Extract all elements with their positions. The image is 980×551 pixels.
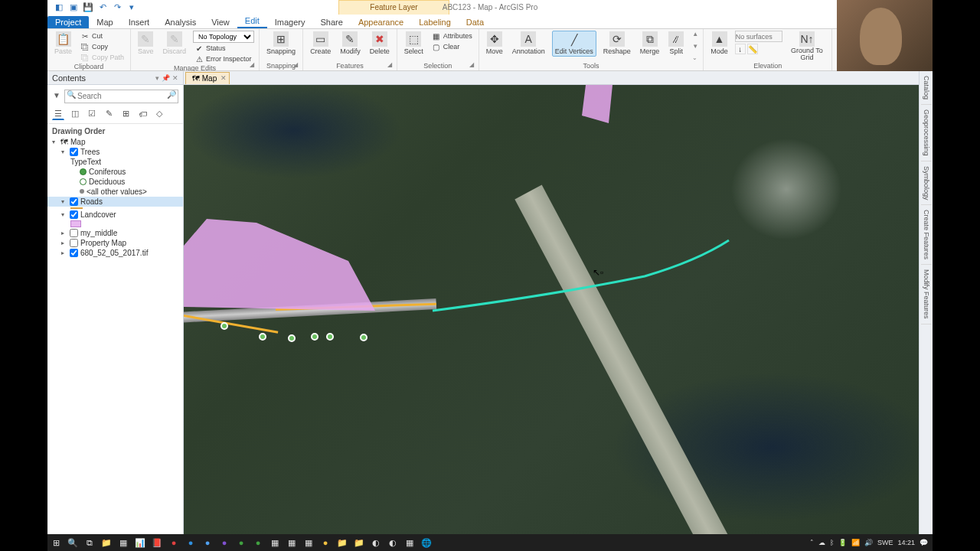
app-icon[interactable]: ▦ [401,534,418,551]
surfaces-input[interactable] [735,31,782,42]
tab-view[interactable]: View [204,16,237,28]
app-icon[interactable]: ▦ [300,534,317,551]
open-project-icon[interactable]: ▣ [68,2,79,13]
tools-gallery-expand-icon[interactable]: ⌄ [692,54,698,61]
merge-button[interactable]: ⧉Merge [638,31,662,56]
tree-point[interactable] [259,333,266,341]
cut-button[interactable]: ✂Cut [79,31,126,41]
list-snapping-icon[interactable]: ⊞ [119,108,132,120]
search-clear-icon[interactable]: 🔎 [167,90,176,99]
delete-button[interactable]: ✖Delete [368,31,392,56]
elev-down-icon[interactable]: ↓ [735,44,746,54]
redo-icon[interactable]: ↷ [112,2,122,13]
split-button[interactable]: ⫽Split [666,31,686,56]
app-icon[interactable]: ● [317,534,334,551]
raster-checkbox[interactable] [70,249,78,257]
annotation-tool-button[interactable]: AAnnotation [510,31,547,56]
tree-point[interactable] [326,333,334,341]
list-drawing-order-icon[interactable]: ☰ [52,108,64,120]
app-icon[interactable]: ● [216,534,233,551]
qat-customize-icon[interactable]: ▾ [126,2,137,13]
undo-icon[interactable]: ↶ [97,2,108,13]
app-icon[interactable]: 📁 [351,534,368,551]
contents-pin-icon[interactable]: 📌 [162,74,170,82]
tray-bt-icon[interactable]: ᛒ [830,539,834,546]
copy-path-button[interactable]: ⿻Copy Path [79,52,126,63]
contents-search-input[interactable] [64,90,178,103]
edit-vertices-button[interactable]: ╱Edit Vertices [552,31,596,57]
app-icon[interactable]: ● [250,534,266,551]
status-button[interactable]: ✔Status [193,43,254,54]
layer-roads[interactable]: ▾Roads [47,197,183,207]
sym-allother[interactable]: <all other values> [47,187,183,197]
list-labeling-icon[interactable]: 🏷 [136,108,149,120]
app-icon[interactable]: ◐ [368,534,384,551]
tray-lang[interactable]: SWE [877,539,893,546]
tree-point[interactable] [360,334,368,341]
app-icon[interactable]: ▦ [283,534,300,551]
app-icon[interactable]: ● [199,534,216,551]
trees-field[interactable]: TypeText [47,157,183,167]
layer-property-map[interactable]: ▸Property Map [47,238,183,248]
pane-create-features[interactable]: Create Features [921,205,932,265]
tree-point[interactable] [311,333,318,341]
elevation-mode-button[interactable]: ▲Mode [708,31,730,56]
new-project-icon[interactable]: ◧ [54,2,64,13]
tab-data[interactable]: Data [459,16,492,28]
tray-wifi-icon[interactable]: 📶 [851,539,860,546]
tray-volume-icon[interactable]: 🔊 [864,539,873,546]
app-icon[interactable]: 📕 [149,534,165,551]
landcover-checkbox[interactable] [70,210,78,219]
discard-button[interactable]: ✎Discard [161,31,189,56]
layer-trees[interactable]: ▾Trees [47,147,183,157]
tab-labeling[interactable]: Labeling [411,16,459,28]
list-source-icon[interactable]: ◫ [69,108,81,120]
chrome-icon[interactable]: 🌐 [418,534,435,551]
clear-button[interactable]: ▢Clear [430,41,474,52]
tab-analysis[interactable]: Analysis [157,16,204,28]
tab-share[interactable]: Share [313,16,351,28]
save-icon[interactable]: 💾 [83,2,93,13]
tray-battery-icon[interactable]: 🔋 [838,539,847,546]
app-icon[interactable]: ◐ [384,534,401,551]
landcover-symbol[interactable] [47,220,183,228]
map-canvas[interactable]: ↖▫ [184,85,919,538]
tab-appearance[interactable]: Appearance [351,16,411,28]
start-button[interactable]: ⊞ [47,534,64,551]
app-icon[interactable]: 📊 [132,534,149,551]
pane-catalog[interactable]: Catalog [921,71,932,105]
task-view-icon[interactable]: ⧉ [81,534,98,551]
error-inspector-button[interactable]: ⚠Error Inspector [193,54,254,64]
tray-time[interactable]: 14:21 [897,539,915,546]
tab-insert[interactable]: Insert [121,16,158,28]
search-taskbar-icon[interactable]: 🔍 [64,534,81,551]
selected-road-feature[interactable] [433,240,729,311]
tray-cloud-icon[interactable]: ☁ [818,539,825,546]
selection-launcher[interactable]: ◢ [469,61,477,69]
snapping-button[interactable]: ⊞Snapping [264,31,298,56]
topology-select[interactable]: No Topology [193,31,254,43]
tools-scroll-down-icon[interactable]: ▼ [692,43,698,50]
tab-project[interactable]: Project [47,16,89,28]
features-launcher[interactable]: ◢ [387,61,395,69]
app-icon[interactable]: ▦ [266,534,283,551]
close-map-tab-icon[interactable]: ✕ [220,74,227,82]
layer-map[interactable]: ▾🗺Map [47,137,183,147]
pane-modify-features[interactable]: Modify Features [921,265,932,324]
layer-raster[interactable]: ▸680_52_05_2017.tif [47,248,183,258]
reshape-button[interactable]: ⟳Reshape [601,31,633,56]
layer-my-middle[interactable]: ▸my_middle [47,228,183,238]
tab-map[interactable]: Map [89,16,120,28]
my-middle-checkbox[interactable] [70,229,78,237]
sym-deciduous[interactable]: Deciduous [47,177,183,187]
sym-coniferous[interactable]: Coniferous [47,167,183,177]
list-perspective-icon[interactable]: ◇ [153,108,165,120]
tree-point[interactable] [288,334,296,342]
trees-checkbox[interactable] [70,148,78,156]
layer-landcover[interactable]: ▾Landcover [47,210,183,220]
tree-point[interactable] [220,322,228,330]
app-icon[interactable]: ● [165,534,182,551]
roads-checkbox[interactable] [70,197,78,206]
copy-button[interactable]: ⿻Copy [79,41,126,52]
save-edits-button[interactable]: ✎Save [136,31,156,56]
